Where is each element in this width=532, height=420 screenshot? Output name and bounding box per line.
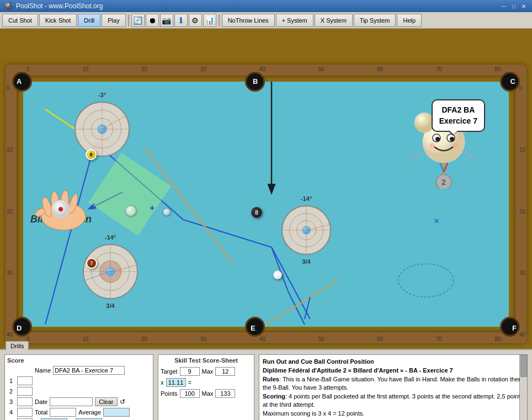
record-icon-button[interactable]: ⏺ xyxy=(146,14,159,27)
clear-icon[interactable]: ↺ xyxy=(120,398,125,406)
bottom-content: Score Name 1 2 3 Date xyxy=(0,350,532,420)
info-icon-button[interactable]: ℹ xyxy=(174,14,188,27)
app-icon: 🎱 xyxy=(4,2,13,10)
date-label: Date xyxy=(35,398,47,405)
cut-shot-button[interactable]: Cut Shot xyxy=(2,14,38,27)
pocket-label-F: F xyxy=(512,324,517,332)
bottom-ruler: 0 10 20 30 40 50 60 70 80 xyxy=(26,336,501,342)
close-button[interactable]: ✕ xyxy=(520,2,528,10)
equals-label-skill: = xyxy=(188,379,191,386)
ball-7[interactable]: 7 xyxy=(86,258,97,269)
description-scrollbar[interactable] xyxy=(519,355,527,420)
toolbar-separator xyxy=(128,14,129,26)
window-title: 🎱 PoolShot - www.PoolShot.org xyxy=(4,2,103,10)
points-label: Points xyxy=(161,390,178,397)
ball-9[interactable]: 9 xyxy=(86,149,97,160)
clear-button[interactable]: Clear xyxy=(95,397,117,406)
window-controls[interactable]: ─ □ ✕ xyxy=(500,2,528,10)
average-label: Average xyxy=(78,409,101,416)
tip-system-button[interactable]: Tip System xyxy=(354,14,396,27)
date-input[interactable] xyxy=(50,397,93,406)
max-label: Max xyxy=(202,368,214,375)
ghost-ball-2 xyxy=(163,208,171,216)
score-box-2[interactable] xyxy=(17,387,33,396)
svg-text:2: 2 xyxy=(441,178,446,187)
left-ruler: 0 10 20 30 40 xyxy=(7,85,13,338)
maximize-button[interactable]: □ xyxy=(510,2,518,10)
pocket-label-A: A xyxy=(17,77,22,86)
target-label: Target xyxy=(161,368,178,375)
score-title: Score xyxy=(7,357,151,364)
speech-bubble: DFA2 BA Exercice 7 xyxy=(432,99,485,132)
scroll-thumb[interactable] xyxy=(520,355,527,377)
top-ruler: 0 10 20 30 40 50 60 70 80 xyxy=(26,66,501,72)
hand-svg xyxy=(30,180,91,230)
ball-8[interactable]: 8 xyxy=(251,207,262,218)
pocket-label-B: B xyxy=(253,77,258,86)
score-num-1: 1 xyxy=(7,378,15,384)
target-value: 9 xyxy=(180,367,200,376)
aim-circle-2: -14° 3/4 xyxy=(83,244,138,299)
scoring-label: Scoring xyxy=(263,393,285,400)
svg-line-34 xyxy=(465,151,477,161)
x-system-button[interactable]: X System xyxy=(315,14,353,27)
play-button[interactable]: Play xyxy=(102,14,125,27)
svg-point-32 xyxy=(453,143,458,148)
name-label: Name xyxy=(35,367,51,374)
score-box-3[interactable] xyxy=(17,397,33,406)
points-value: 100 xyxy=(180,389,200,398)
pool-table: 0 10 20 30 40 50 60 70 80 0 10 20 30 40 … xyxy=(0,29,532,349)
minimize-button[interactable]: ─ xyxy=(500,2,508,10)
title-bar: 🎱 PoolShot - www.PoolShot.org ─ □ ✕ xyxy=(0,0,532,12)
drills-tab[interactable]: Drills xyxy=(6,341,29,350)
score-name-row: Name xyxy=(7,366,151,375)
points-max-label: Max xyxy=(202,390,214,397)
desc-title: Run Out and Cue Ball Control Position xyxy=(263,358,524,365)
target-row: Target 9 Max 12 xyxy=(161,367,252,376)
score-row-2: 2 xyxy=(7,387,151,396)
pocket-label-E: E xyxy=(251,324,256,332)
export-icon-button[interactable]: 📊 xyxy=(203,14,216,27)
hand-cue-ball xyxy=(30,180,91,230)
score-box-1[interactable] xyxy=(17,376,33,385)
help-button[interactable]: Help xyxy=(397,14,422,27)
average-input[interactable] xyxy=(103,408,130,417)
x-result-value: 11.11 xyxy=(166,378,186,387)
ghost-ball-1 xyxy=(125,205,136,216)
score-row-1: 1 xyxy=(7,376,151,385)
name-input[interactable] xyxy=(53,366,125,375)
settings-icon-button[interactable]: ⚙ xyxy=(189,14,202,27)
points-row: Points 100 Max 133 xyxy=(161,389,252,398)
toolbar: Cut Shot Kick Shot Drill Play 🔄 ⏺ 📷 ℹ ⚙ … xyxy=(0,12,532,29)
total-input[interactable] xyxy=(50,408,76,417)
plus-system-button[interactable]: + System xyxy=(276,14,313,27)
svg-point-21 xyxy=(58,207,63,211)
score-section: Score Name 1 2 3 Date xyxy=(4,354,153,420)
total-label: Total xyxy=(35,409,47,416)
score-row-4: 4 Total Average xyxy=(7,408,151,417)
aim-circle-3: -14° 3/4 xyxy=(281,205,331,255)
right-ruler: 0 10 20 30 40 xyxy=(519,85,525,338)
aim-circle-1: -3° xyxy=(75,102,130,157)
cross-marker: + xyxy=(150,203,155,213)
scoring-text: : 4 points per Ball pocketed at the firs… xyxy=(263,393,523,408)
x-marker: ✕ xyxy=(434,217,439,225)
cue-ball-right[interactable] xyxy=(273,270,282,279)
max-value: 12 xyxy=(215,367,235,376)
drill-button[interactable]: Drill xyxy=(78,14,100,27)
kick-shot-button[interactable]: Kick Shot xyxy=(39,14,77,27)
rules-label: Rules xyxy=(263,376,279,382)
bottom-panel: Drills Score Name 1 2 3 xyxy=(0,349,532,420)
score-box-4[interactable] xyxy=(17,408,33,417)
skill-test-title: Skill Test Score-Sheet xyxy=(161,357,252,364)
rules-text: : This is a Nine-Ball Game situation. Yo… xyxy=(263,376,522,391)
description-section: Run Out and Cue Ball Control Position Di… xyxy=(259,354,528,420)
no-throw-button[interactable]: NoThrow Lines xyxy=(222,14,275,27)
svg-point-31 xyxy=(429,143,435,148)
camera-icon-button[interactable]: 📷 xyxy=(160,14,173,27)
skill-test-section: Skill Test Score-Sheet Target 9 Max 12 x… xyxy=(158,354,254,420)
pocket-A xyxy=(12,72,32,92)
x-label-skill: x xyxy=(161,379,164,386)
max-text: Maximum scoring is 3 x 4 = 12 points. xyxy=(263,410,364,417)
refresh-icon-button[interactable]: 🔄 xyxy=(131,14,145,27)
